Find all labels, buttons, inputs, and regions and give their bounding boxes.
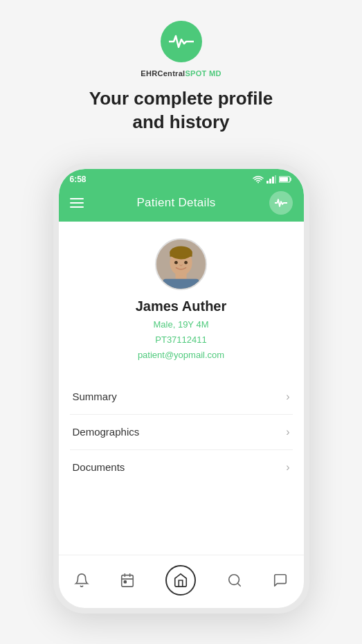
patient-gender-age: Male, 19Y 4M [154, 319, 209, 330]
menu-list: Summary › Demographics › Documents › [59, 379, 304, 555]
chevron-right-icon: › [286, 391, 289, 403]
patient-name: James Auther [136, 298, 227, 314]
profile-section: James Auther Male, 19Y 4M PT37112411 pat… [59, 222, 304, 374]
nav-bar: Patient Details [59, 184, 304, 222]
patient-id: PT37112411 [155, 334, 206, 345]
patient-avatar [155, 238, 207, 290]
status-bar: 6:58 [59, 169, 304, 184]
menu-label-demographics: Demographics [73, 426, 140, 438]
svg-rect-14 [122, 575, 134, 587]
nav-title: Patient Details [136, 196, 215, 210]
svg-rect-1 [269, 179, 271, 184]
logo-icon [161, 21, 202, 62]
svg-point-13 [184, 260, 188, 264]
brand-name: EHRCentralSPOT MD [141, 69, 221, 78]
status-icons [253, 175, 293, 184]
menu-item-demographics[interactable]: Demographics › [70, 415, 293, 450]
svg-line-20 [237, 583, 240, 586]
nav-logo-button[interactable] [269, 191, 293, 215]
bottom-nav-chat[interactable] [266, 570, 295, 591]
svg-rect-3 [275, 175, 276, 184]
home-circle [165, 565, 196, 596]
patient-info: Male, 19Y 4M PT37112411 patient@yopmail.… [138, 317, 224, 363]
status-time: 6:58 [70, 175, 87, 184]
bottom-nav-home[interactable] [159, 562, 203, 598]
menu-item-documents[interactable]: Documents › [70, 450, 293, 485]
chevron-right-icon: › [286, 461, 289, 474]
patient-email: patient@yopmail.com [138, 350, 224, 360]
bottom-nav [59, 555, 304, 608]
svg-rect-18 [124, 581, 126, 583]
menu-label-summary: Summary [73, 391, 117, 402]
svg-point-12 [174, 260, 178, 264]
svg-rect-2 [272, 177, 274, 184]
svg-rect-0 [266, 181, 269, 184]
menu-label-documents: Documents [73, 461, 125, 473]
hamburger-menu[interactable] [70, 198, 84, 208]
bottom-nav-search[interactable] [220, 570, 249, 591]
svg-rect-11 [170, 251, 192, 257]
bottom-nav-calendar[interactable] [113, 570, 142, 591]
top-section: EHRCentralSPOT MD Your complete profilea… [89, 0, 273, 163]
hero-title: Your complete profileand history [89, 87, 273, 134]
menu-item-summary[interactable]: Summary › [70, 379, 293, 415]
bottom-nav-notifications[interactable] [67, 570, 96, 591]
svg-rect-5 [280, 177, 288, 181]
chevron-right-icon: › [286, 426, 289, 438]
phone-mockup: 6:58 [53, 163, 309, 614]
svg-rect-8 [163, 278, 199, 288]
